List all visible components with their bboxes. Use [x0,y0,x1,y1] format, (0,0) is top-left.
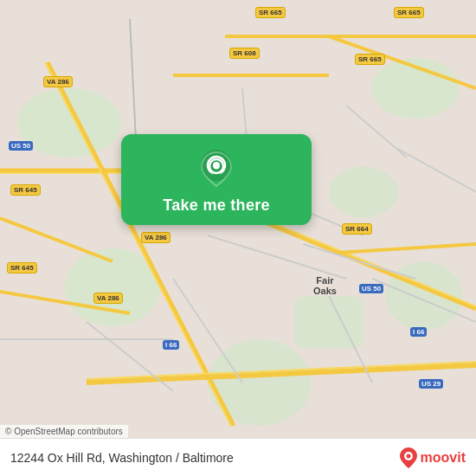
location-pin-icon [199,148,234,190]
road-label-sr608: SR 608 [229,48,260,59]
road-label-i66-left: I 66 [163,340,179,350]
moovit-logo: moovit [398,446,466,470]
road-label-us50-left: US 50 [9,141,33,151]
road-label-va286-tl: VA 286 [43,76,73,87]
address-text: 12244 Ox Hill Rd, Washington / Baltimore [10,451,234,465]
road-label-sr665-tr: SR 665 [394,7,424,18]
road-label-us29: US 29 [419,379,443,389]
svg-rect-7 [294,296,363,348]
road-label-va286-lower: VA 286 [141,232,170,243]
road-label-us50-right: US 50 [359,284,383,293]
bottom-bar: 12244 Ox Hill Rd, Washington / Baltimore… [0,438,476,476]
moovit-text: moovit [421,450,466,466]
map-container: SR 665 SR 665 SR 608 SR 665 VA 286 VA 28… [0,0,476,476]
road-label-sr665-top: SR 665 [255,7,286,18]
road-label-sr645-left: SR 645 [10,184,41,196]
road-label-va286-bottom: VA 286 [93,293,123,304]
place-label-fair-oaks: FairOaks [313,275,337,296]
copyright-text: © OpenStreetMap contributors [5,427,123,436]
svg-point-41 [406,453,410,458]
take-me-there-label: Take me there [163,196,270,215]
moovit-pin-icon [398,446,419,470]
road-label-sr645-bl: SR 645 [7,262,37,273]
take-me-there-button[interactable]: Take me there [121,134,312,225]
copyright-bar: © OpenStreetMap contributors [0,425,128,438]
svg-point-6 [208,339,312,426]
road-label-i66-right: I 66 [410,327,427,337]
svg-point-3 [329,166,398,218]
road-label-sr664: SR 664 [342,223,372,235]
svg-point-39 [214,164,220,170]
road-label-sr665-right: SR 665 [355,54,385,65]
take-me-there-container[interactable]: Take me there [121,134,312,225]
